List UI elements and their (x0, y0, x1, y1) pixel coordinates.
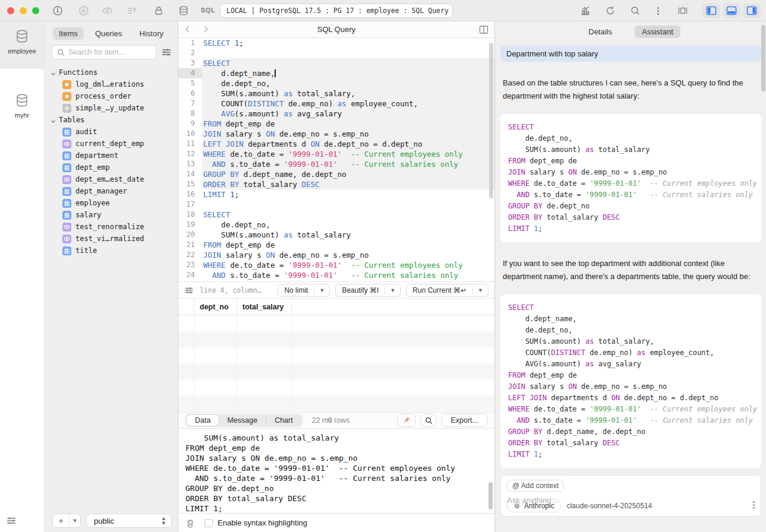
table-row[interactable] (178, 379, 494, 395)
add-item-button[interactable]: + ▼ (52, 514, 81, 528)
tab-chart[interactable]: Chart (266, 415, 301, 426)
result-grid[interactable]: dept_nototal_salary (178, 298, 494, 412)
editor-line[interactable]: 2 (178, 48, 494, 58)
column-header-total_salary[interactable]: total_salary (237, 299, 292, 315)
table-row[interactable] (178, 347, 494, 363)
editor-line[interactable]: 18SELECT (178, 210, 494, 220)
editor-line[interactable]: 13 AND s.to_date = '9999-01-01' -- Curre… (178, 159, 494, 169)
tab-message[interactable]: Message (219, 415, 266, 426)
trash-icon[interactable] (185, 518, 195, 528)
connection-icon[interactable] (52, 5, 63, 16)
more-options-icon[interactable] (753, 500, 755, 512)
tree-item-employee[interactable]: employee (45, 197, 178, 209)
editor-line[interactable]: 19 de.dept_no, (178, 220, 494, 230)
tree-item-process_order[interactable]: process_order (45, 90, 178, 102)
scrollbar-thumb[interactable] (488, 482, 493, 509)
editor-line[interactable]: 17 (178, 200, 494, 210)
toggle-bottom-panel-button[interactable] (723, 4, 740, 18)
schema-select[interactable]: public ▲▼ (86, 514, 172, 528)
sidebar-settings-icon[interactable] (6, 515, 17, 526)
add-context-button[interactable]: @ Add context (507, 480, 564, 492)
editor-line[interactable]: 11LEFT JOIN departments d ON de.dept_no … (178, 139, 494, 149)
editor-line[interactable]: 24 AND s.to_date = '9999-01-01' -- Curre… (178, 270, 494, 280)
editor-line[interactable]: 21FROM dept_emp de (178, 240, 494, 250)
tree-item-simple_y_update[interactable]: simple_…y_update (45, 102, 178, 114)
editor-line[interactable]: 10JOIN salary s ON de.emp_no = s.emp_no (178, 129, 494, 139)
editor-line[interactable]: 16LIMIT 1; (178, 189, 494, 200)
table-row[interactable] (178, 315, 494, 331)
pin-result-button[interactable] (398, 414, 415, 427)
editor-line[interactable]: 14GROUP BY d.dept_name, de.dept_no (178, 169, 494, 179)
tree-item-test_virmalized[interactable]: test_vi…rmalized (45, 233, 178, 245)
beautify-button[interactable]: Beautify ⌘I ▼ (335, 284, 401, 297)
tree-section-tables[interactable]: Tables (45, 114, 178, 126)
editor-line[interactable]: 9FROM dept_emp de (178, 119, 494, 129)
tree-item-audit[interactable]: audit (45, 126, 178, 138)
tree-section-functions[interactable]: Functions (45, 66, 178, 78)
editor-line[interactable]: 3SELECT (178, 58, 494, 68)
raw-sql-text[interactable]: SUM(s.amount) as total_salary FROM dept_… (178, 429, 494, 513)
search-results-button[interactable] (420, 414, 437, 427)
export-button[interactable]: Export... (442, 414, 487, 427)
connection-title-field[interactable]: LOCAL | PostgreSQL 17.5 : PG 17 : employ… (220, 4, 453, 18)
editor-line[interactable]: 7 COUNT(DISTINCT de.emp_no) as employee_… (178, 99, 494, 109)
tab-assistant[interactable]: Assistant (635, 26, 680, 38)
editor-line[interactable]: 12WHERE de.to_date = '9999-01-01' -- Cur… (178, 149, 494, 159)
search-icon[interactable] (630, 5, 641, 16)
connection-employee[interactable]: employee (0, 21, 44, 69)
database-icon[interactable] (178, 5, 189, 16)
editor-line[interactable]: 1SELECT 1; (178, 38, 494, 48)
minimize-window-button[interactable] (20, 7, 27, 14)
editor-line[interactable]: 15ORDER BY total_salary DESC (178, 179, 494, 189)
scrollbar-thumb[interactable] (489, 43, 493, 198)
tree-item-salary[interactable]: salary (45, 209, 178, 221)
table-row[interactable] (178, 331, 494, 347)
limit-dropdown[interactable]: No limit ▼ (278, 284, 330, 297)
tree-item-dept_manager[interactable]: dept_manager (45, 185, 178, 197)
editor-line[interactable]: 8 AVG(s.amount) as avg_salary (178, 109, 494, 119)
tree-item-dept_emp[interactable]: dept_emp (45, 162, 178, 173)
editor-line[interactable]: 4 d.dept_name, (178, 68, 494, 78)
tree-item-dept_emest_date[interactable]: dept_em…est_date (45, 173, 178, 185)
editor-line[interactable]: 6 SUM(s.amount) as total_salary, (178, 88, 494, 99)
tree-item-current_dept_emp[interactable]: current_dept_emp (45, 138, 178, 150)
tab-items[interactable]: Items (53, 27, 84, 40)
close-window-button[interactable] (7, 7, 14, 14)
provider-select[interactable]: Anthropic (507, 499, 561, 512)
center-layout-icon[interactable] (677, 5, 688, 16)
more-options-icon[interactable] (657, 6, 668, 17)
tree-item-log_dmlerations[interactable]: log_dml…erations (45, 78, 178, 90)
table-row[interactable] (178, 395, 494, 411)
editor-line[interactable]: 23WHERE de.to_date = '9999-01-01' -- Cur… (178, 260, 494, 270)
scrollbar-thumb[interactable] (761, 25, 765, 91)
editor-line[interactable]: 22JOIN salary s ON de.emp_no = s.emp_no (178, 250, 494, 260)
column-header-dept_no[interactable]: dept_no (194, 299, 237, 315)
lock-icon[interactable] (153, 5, 164, 16)
table-row[interactable] (178, 363, 494, 379)
search-input[interactable]: Search for item… (52, 45, 156, 59)
enable-syntax-checkbox[interactable] (204, 519, 213, 527)
chart-icon[interactable] (580, 5, 591, 16)
toggle-right-panel-button[interactable] (743, 4, 761, 18)
sql-editor[interactable]: 1SELECT 1;2 3SELECT4 d.dept_name,5 de.de… (178, 38, 494, 281)
toggle-left-panel-button[interactable] (702, 4, 720, 18)
tab-data[interactable]: Data (187, 415, 219, 426)
tree-item-title[interactable]: title (45, 245, 178, 256)
editor-line[interactable]: 5 de.dept_no, (178, 78, 494, 88)
connection-myhr[interactable]: myhr (0, 86, 44, 133)
commit-log-icon[interactable] (126, 5, 137, 16)
run-current-button[interactable]: Run Current ⌘↵ ▼ (406, 284, 488, 297)
tab-details[interactable]: Details (581, 26, 619, 38)
editor-line[interactable]: 20 SUM(s.amount) as total_salary (178, 230, 494, 240)
editor-settings-icon[interactable] (184, 286, 194, 295)
filter-icon[interactable] (161, 47, 172, 58)
stop-icon[interactable] (78, 5, 89, 16)
tab-history[interactable]: History (134, 27, 169, 40)
zoom-window-button[interactable] (32, 7, 39, 14)
tree-item-department[interactable]: department (45, 150, 178, 162)
tree-item-test_renormalize[interactable]: test_renormalize (45, 221, 178, 233)
tab-queries[interactable]: Queries (89, 27, 128, 40)
refresh-icon[interactable] (605, 5, 616, 16)
eye-icon[interactable] (102, 5, 113, 16)
split-editor-icon[interactable] (479, 25, 488, 34)
